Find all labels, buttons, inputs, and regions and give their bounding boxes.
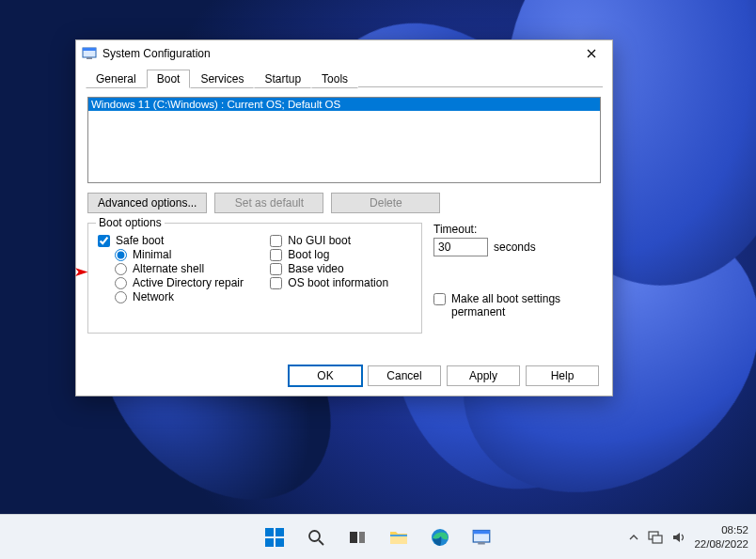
dialog-button-row: OK Cancel Apply Help (289, 365, 599, 386)
titlebar[interactable]: System Configuration (76, 40, 612, 67)
msconfig-icon (472, 528, 491, 547)
alternate-shell-radio[interactable]: Alternate shell (115, 262, 267, 275)
windows-logo-icon (264, 527, 285, 548)
network-radio[interactable]: Network (115, 290, 267, 303)
cancel-button[interactable]: Cancel (368, 365, 441, 386)
boot-tab-pane: Windows 11 (C:\Windows) : Current OS; De… (76, 87, 612, 341)
svg-rect-11 (390, 535, 407, 536)
window-title: System Configuration (102, 47, 576, 60)
msconfig-icon (82, 46, 97, 61)
task-view-button[interactable] (339, 519, 376, 556)
svg-rect-2 (87, 57, 92, 59)
network-icon[interactable] (648, 531, 663, 544)
close-button[interactable] (576, 42, 606, 65)
svg-line-8 (319, 540, 323, 545)
folder-icon (388, 527, 409, 548)
tab-tools[interactable]: Tools (311, 70, 358, 88)
ad-repair-radio[interactable]: Active Directory repair (115, 276, 267, 289)
taskbar-center (256, 519, 500, 556)
tab-general[interactable]: General (86, 70, 147, 88)
svg-rect-3 (265, 528, 274, 536)
timeout-unit: seconds (494, 241, 536, 254)
system-configuration-dialog: System Configuration General Boot Servic… (75, 39, 613, 396)
edge-button[interactable] (421, 519, 459, 556)
boot-options-legend: Boot options (96, 216, 165, 229)
make-permanent-checkbox[interactable]: Make all boot settings permanent (433, 292, 601, 318)
timeout-label: Timeout: (433, 223, 601, 236)
svg-rect-4 (276, 528, 284, 536)
clock-date: 22/08/2022 (694, 537, 748, 551)
os-list[interactable]: Windows 11 (C:\Windows) : Current OS; De… (87, 97, 601, 183)
timeout-column: Timeout: seconds Make all boot settings … (433, 223, 601, 334)
no-gui-boot-checkbox[interactable]: No GUI boot (270, 234, 411, 247)
svg-rect-9 (350, 532, 357, 543)
tab-boot[interactable]: Boot (147, 70, 191, 88)
timeout-input[interactable] (433, 238, 488, 256)
help-button[interactable]: Help (526, 365, 599, 386)
os-list-item-selected[interactable]: Windows 11 (C:\Windows) : Current OS; De… (88, 98, 600, 111)
ok-button[interactable]: OK (289, 365, 362, 386)
volume-icon[interactable] (672, 531, 686, 544)
taskbar-clock[interactable]: 08:52 22/08/2022 (694, 523, 748, 551)
svg-rect-15 (478, 542, 485, 545)
search-button[interactable] (297, 519, 335, 556)
taskbar-right: 08:52 22/08/2022 (629, 523, 750, 551)
edge-icon (430, 527, 450, 548)
tray-overflow-icon[interactable] (629, 533, 638, 542)
delete-button: Delete (331, 193, 440, 213)
tab-bar: General Boot Services Startup Tools (76, 67, 612, 87)
file-explorer-button[interactable] (380, 519, 417, 556)
msconfig-taskbar-button[interactable] (463, 519, 500, 556)
set-as-default-button: Set as default (214, 193, 323, 213)
apply-button[interactable]: Apply (447, 365, 520, 386)
advanced-options-button[interactable]: Advanced options... (87, 193, 207, 213)
task-view-icon (348, 528, 367, 547)
clock-time: 08:52 (694, 523, 748, 536)
svg-rect-17 (653, 536, 662, 543)
search-icon (307, 528, 325, 547)
start-button[interactable] (256, 519, 293, 556)
boot-log-checkbox[interactable]: Boot log (270, 248, 411, 261)
svg-rect-1 (83, 48, 96, 51)
svg-point-7 (309, 531, 320, 541)
svg-rect-14 (473, 530, 490, 534)
taskbar[interactable]: 08:52 22/08/2022 (0, 514, 756, 559)
tab-startup[interactable]: Startup (254, 70, 311, 88)
base-video-checkbox[interactable]: Base video (270, 262, 411, 275)
svg-rect-10 (359, 532, 365, 543)
safe-boot-checkbox[interactable]: Safe boot (98, 234, 267, 247)
tab-services[interactable]: Services (190, 70, 254, 88)
system-tray[interactable] (629, 531, 686, 544)
os-boot-info-checkbox[interactable]: OS boot information (270, 276, 411, 289)
svg-rect-5 (265, 538, 274, 547)
annotation-arrow-icon: ➤ (73, 264, 89, 279)
boot-options-group: Boot options Safe boot Minimal Alternate… (87, 223, 422, 334)
svg-rect-6 (276, 538, 284, 547)
minimal-radio[interactable]: Minimal (115, 248, 267, 261)
